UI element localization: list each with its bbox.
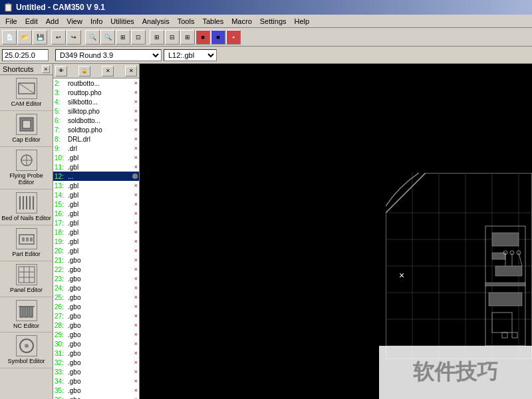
grid-button[interactable]: ⊞ (150, 30, 164, 45)
menu-item-edit[interactable]: Edit (21, 16, 42, 27)
layer-visibility-icon[interactable]: × (134, 247, 138, 254)
layer-visibility-icon[interactable]: × (134, 154, 138, 161)
shortcut-item-6[interactable]: NC Editor (0, 297, 53, 333)
shortcut-item-3[interactable]: Bed of Nails Editor (0, 190, 53, 225)
layer-row[interactable]: 32:.gbo× (53, 358, 139, 367)
menu-item-view[interactable]: View (63, 16, 86, 27)
layer-row[interactable]: 25:.gbo× (53, 293, 139, 302)
layer-row[interactable]: 5:silktop.pho× (53, 106, 139, 116)
shortcut-item-5[interactable]: Panel Editor (0, 261, 53, 297)
layer-visibility-icon[interactable]: × (134, 182, 138, 189)
layer-row[interactable]: 16:.gbl× (53, 209, 139, 218)
fill-button[interactable]: ▪ (226, 30, 241, 45)
new-button[interactable]: 📄 (2, 30, 17, 45)
layer-row[interactable]: 7:soldtop.pho× (53, 125, 139, 134)
layer-row[interactable]: 24:.gbo× (53, 283, 139, 293)
layer-visibility-icon[interactable]: × (134, 108, 138, 114)
grid2-button[interactable]: ⊟ (165, 30, 180, 45)
layer-visibility-icon[interactable]: × (134, 126, 138, 133)
layer-visibility-icon[interactable]: × (134, 387, 138, 394)
layer-del-button[interactable]: ✕ (102, 66, 114, 76)
layer-row[interactable]: 30:.gbo× (53, 339, 139, 348)
layer-visibility-icon[interactable]: × (134, 238, 138, 245)
layer-visibility-icon[interactable]: × (134, 396, 138, 399)
layer-visibility-icon[interactable]: × (134, 219, 138, 226)
layer-row[interactable]: 18:.gbl× (53, 227, 139, 237)
layer-row[interactable]: 8:DRL.drl× (53, 134, 139, 144)
snap-button[interactable]: ⊞ (180, 30, 195, 45)
layer-visibility-icon[interactable]: × (134, 285, 138, 291)
menu-item-settings[interactable]: Settings (256, 16, 291, 27)
layer-visibility-icon[interactable]: × (134, 322, 138, 329)
shortcuts-close-button[interactable]: × (42, 65, 50, 73)
undo-button[interactable]: ↩ (51, 30, 66, 45)
layer-visibility-icon[interactable]: × (134, 266, 138, 273)
layer-visibility-icon[interactable]: × (134, 313, 138, 319)
layer-visibility-icon[interactable]: × (134, 257, 138, 263)
menu-item-file[interactable]: File (1, 16, 21, 27)
layer-row[interactable]: 26:.gbo× (53, 302, 139, 311)
menu-item-analysis[interactable]: Analysis (138, 16, 174, 27)
layer-visibility-icon[interactable]: × (134, 145, 138, 152)
layer-row[interactable]: 22:.gbo× (53, 265, 139, 274)
layer-row[interactable]: 34:.gbo× (53, 376, 139, 386)
menu-item-info[interactable]: Info (86, 16, 106, 27)
canvas-area[interactable]: × 软件技巧 (140, 64, 532, 399)
layer-row[interactable]: 11:.gbl× (53, 162, 139, 172)
layer-lock-button[interactable]: 🔒 (78, 66, 90, 76)
layer-visibility-icon[interactable]: × (134, 340, 138, 347)
layer-row[interactable]: 6:soldbotto...× (53, 116, 139, 125)
coord-input[interactable] (2, 49, 49, 61)
shortcut-item-0[interactable]: CAM Editor (0, 75, 53, 111)
zoom-fit-button[interactable]: ⊞ (116, 30, 130, 45)
layer-row[interactable]: 14:.gbl× (53, 190, 139, 200)
layer-row[interactable]: 10:.gbl× (53, 153, 139, 162)
layer-row[interactable]: 9:.drl× (53, 144, 139, 153)
menu-item-utilities[interactable]: Utilities (106, 16, 138, 27)
layer-row[interactable]: 21:.gbo× (53, 255, 139, 265)
menu-item-help[interactable]: Help (291, 16, 314, 27)
zoom-area-button[interactable]: ⊡ (131, 30, 146, 45)
layer-row[interactable]: 12:... (53, 172, 139, 181)
layer-row[interactable]: 33:.gbo× (53, 367, 139, 376)
layer-row[interactable]: 3:routtop.pho× (53, 88, 139, 97)
menu-item-add[interactable]: Add (42, 16, 63, 27)
layer-visibility-icon[interactable]: × (134, 359, 138, 366)
layer-row[interactable]: 20:.gbl× (53, 246, 139, 255)
zoom-in-button[interactable]: 🔍 (85, 30, 100, 45)
save-button[interactable]: 💾 (33, 30, 47, 45)
layer-visibility-icon[interactable]: × (134, 294, 138, 301)
layer-row[interactable]: 15:.gbl× (53, 200, 139, 209)
layer-visibility-icon[interactable]: × (134, 192, 138, 198)
open-button[interactable]: 📂 (17, 30, 32, 45)
layer-visibility-icon[interactable]: × (134, 331, 138, 338)
aperture-select[interactable]: D349 Round 3.9 (55, 49, 162, 61)
layer-visibility-icon[interactable]: × (134, 350, 138, 356)
layer-visibility-icon[interactable]: × (134, 89, 138, 96)
layer-row[interactable]: 27:.gbo× (53, 311, 139, 321)
layer-row[interactable]: 4:silkbotto...× (53, 97, 139, 106)
layer-visibility-icon[interactable]: × (134, 275, 138, 282)
layer-panel-close-button[interactable]: ✕ (125, 66, 137, 76)
layer-row[interactable]: 2:routbotto...× (53, 78, 139, 88)
layer-visibility-icon[interactable]: × (134, 201, 138, 207)
menu-item-tools[interactable]: Tools (174, 16, 199, 27)
shortcut-item-7[interactable]: Symbol Editor (0, 332, 53, 368)
layer-visibility-icon[interactable]: × (134, 136, 138, 142)
layer-visibility-icon[interactable]: × (134, 80, 138, 86)
layer-visibility-icon[interactable]: × (134, 303, 138, 310)
layer-row[interactable]: 13:.gbl× (53, 181, 139, 190)
zoom-out-button[interactable]: 🔍 (100, 30, 115, 45)
layer-button[interactable]: ■ (196, 30, 210, 45)
layer-visibility-icon[interactable]: × (134, 117, 138, 124)
layer-visibility-icon[interactable]: × (134, 98, 138, 105)
shortcut-item-4[interactable]: Part Editor (0, 225, 53, 261)
layer-select[interactable]: L12:.gbl (164, 49, 217, 61)
layer-list[interactable]: 2:routbotto...×3:routtop.pho×4:silkbotto… (53, 78, 139, 399)
layer-row[interactable]: 17:.gbl× (53, 218, 139, 227)
layer-visibility-icon[interactable]: × (134, 164, 138, 170)
redo-button[interactable]: ↪ (66, 30, 81, 45)
layer-row[interactable]: 28:.gbo× (53, 321, 139, 330)
layer-row[interactable]: 23:.gbo× (53, 274, 139, 283)
color-button[interactable]: ■ (211, 30, 225, 45)
